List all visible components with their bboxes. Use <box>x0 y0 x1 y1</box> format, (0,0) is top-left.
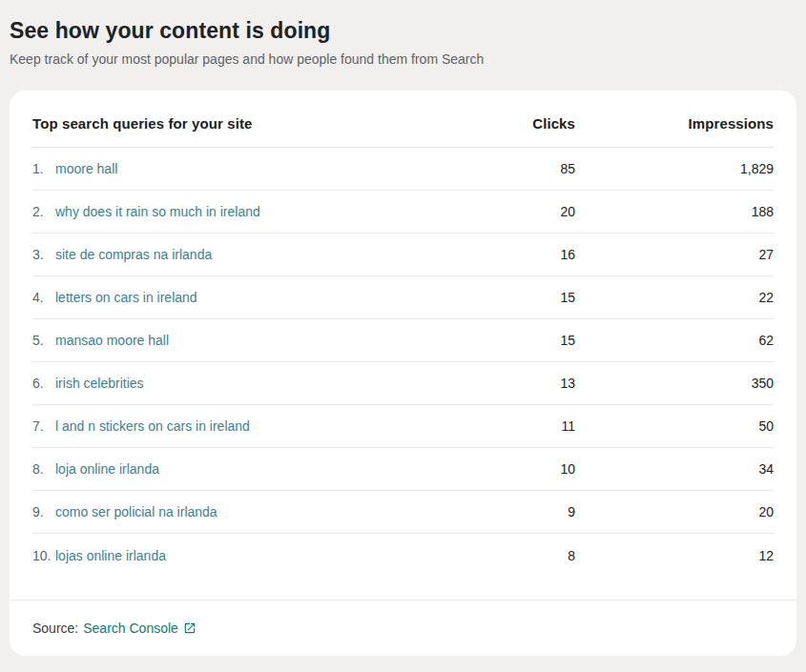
impressions-value: 350 <box>575 376 774 391</box>
row-rank: 2. <box>32 204 55 219</box>
card-footer: Source: Search Console <box>10 600 796 656</box>
query-link[interactable]: mansao moore hall <box>55 333 461 348</box>
query-table: 1. moore hall 85 1,829 2. why does it ra… <box>10 148 796 600</box>
impressions-value: 22 <box>575 290 774 305</box>
table-title: Top search queries for your site <box>32 115 461 132</box>
column-header-clicks: Clicks <box>461 115 575 132</box>
table-row: 4. letters on cars in ireland 15 22 <box>32 276 774 319</box>
clicks-value: 11 <box>461 418 575 434</box>
query-link[interactable]: l and n stickers on cars in ireland <box>55 418 461 434</box>
row-rank: 7. <box>32 418 55 434</box>
row-rank: 8. <box>32 461 55 477</box>
page-subtitle: Keep track of your most popular pages an… <box>10 51 796 68</box>
clicks-value: 20 <box>461 204 575 219</box>
row-rank: 3. <box>32 247 55 262</box>
column-header-impressions: Impressions <box>575 115 774 132</box>
table-row: 8. loja online irlanda 10 34 <box>32 448 774 491</box>
table-row: 3. site de compras na irlanda 16 27 <box>32 234 774 276</box>
table-row: 1. moore hall 85 1,829 <box>32 148 774 191</box>
query-link[interactable]: lojas online irlanda <box>55 548 461 563</box>
search-console-link[interactable]: Search Console <box>83 621 196 636</box>
clicks-value: 8 <box>461 548 575 563</box>
table-row: 2. why does it rain so much in ireland 2… <box>32 191 774 234</box>
impressions-value: 50 <box>575 418 774 434</box>
row-rank: 1. <box>32 161 55 176</box>
table-row: 9. como ser policial na irlanda 9 20 <box>32 491 774 534</box>
search-queries-card: Top search queries for your site Clicks … <box>10 91 796 656</box>
row-rank: 6. <box>32 376 55 391</box>
source-label: Source: <box>32 621 78 636</box>
row-rank: 10. <box>32 548 55 563</box>
impressions-value: 12 <box>575 548 774 563</box>
page-title: See how your content is doing <box>10 17 796 44</box>
query-link[interactable]: site de compras na irlanda <box>55 247 461 262</box>
page-header: See how your content is doing Keep track… <box>10 17 796 68</box>
row-rank: 4. <box>32 290 55 305</box>
clicks-value: 15 <box>461 333 575 348</box>
search-console-link-label[interactable]: Search Console <box>83 621 178 636</box>
open-in-new-icon[interactable] <box>183 621 196 635</box>
clicks-value: 10 <box>461 461 575 477</box>
impressions-value: 1,829 <box>575 161 774 176</box>
query-link[interactable]: why does it rain so much in ireland <box>55 204 461 219</box>
row-rank: 9. <box>32 504 55 519</box>
card-header: Top search queries for your site Clicks … <box>10 91 796 148</box>
table-row: 6. irish celebrities 13 350 <box>32 362 774 405</box>
impressions-value: 62 <box>575 333 774 348</box>
clicks-value: 85 <box>461 161 575 176</box>
table-row: 5. mansao moore hall 15 62 <box>32 319 774 362</box>
clicks-value: 15 <box>461 290 575 305</box>
impressions-value: 188 <box>575 204 774 219</box>
query-link[interactable]: como ser policial na irlanda <box>55 504 461 519</box>
impressions-value: 20 <box>575 504 774 519</box>
clicks-value: 9 <box>461 504 575 519</box>
page: See how your content is doing Keep track… <box>0 0 806 656</box>
impressions-value: 27 <box>575 247 774 262</box>
query-link[interactable]: loja online irlanda <box>55 461 461 477</box>
row-rank: 5. <box>32 333 55 348</box>
query-link[interactable]: irish celebrities <box>55 376 461 391</box>
clicks-value: 16 <box>461 247 575 262</box>
table-row: 7. l and n stickers on cars in ireland 1… <box>32 405 774 448</box>
table-row: 10. lojas online irlanda 8 12 <box>32 534 774 577</box>
query-link[interactable]: letters on cars in ireland <box>55 290 461 305</box>
query-link[interactable]: moore hall <box>55 161 461 176</box>
impressions-value: 34 <box>575 461 774 477</box>
clicks-value: 13 <box>461 376 575 391</box>
